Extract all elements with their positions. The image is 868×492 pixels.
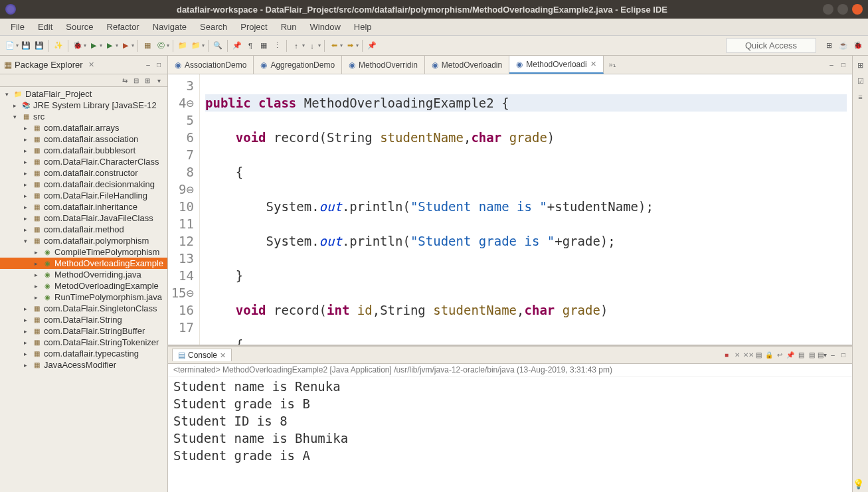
close-icon[interactable]: ✕: [590, 60, 596, 68]
wand-icon[interactable]: ✨: [52, 40, 64, 52]
display-console-icon[interactable]: ▤: [796, 351, 806, 360]
new-folder-icon[interactable]: 📁: [190, 40, 202, 52]
code-text[interactable]: public class MethodOverloadingExample2 {…: [200, 74, 852, 345]
word-wrap-icon[interactable]: ↩: [775, 351, 784, 360]
tab-overflow[interactable]: »₁: [604, 56, 621, 74]
link-editor-icon[interactable]: ⊟: [131, 76, 141, 85]
package-node[interactable]: ▸▦com.DataFlair.StringBuffer: [0, 325, 167, 337]
new-class-icon[interactable]: Ⓒ: [155, 40, 167, 52]
pin-console-icon[interactable]: 📌: [786, 351, 795, 360]
toggle-mark-icon[interactable]: 📌: [231, 40, 243, 52]
open-type-icon[interactable]: 📁: [177, 40, 189, 52]
tab-overriding[interactable]: ◉MethodOverridin: [342, 56, 425, 74]
save-icon[interactable]: 💾: [20, 40, 32, 52]
run-icon[interactable]: ▶: [88, 40, 100, 52]
debug-perspective-icon[interactable]: 🐞: [852, 40, 864, 52]
java-file-node[interactable]: ▸◉RunTimePolymorphism.java: [0, 291, 167, 303]
coverage-icon[interactable]: ▶: [104, 40, 116, 52]
open-console-icon[interactable]: ▤: [807, 351, 816, 360]
maximize-icon[interactable]: □: [154, 60, 163, 70]
new-icon[interactable]: 📄: [4, 40, 16, 52]
menu-search[interactable]: Search: [193, 19, 234, 35]
terminate-icon[interactable]: ■: [722, 351, 731, 360]
maximize-icon[interactable]: □: [839, 351, 848, 360]
scroll-lock-icon[interactable]: 🔒: [764, 351, 774, 360]
package-node[interactable]: ▸▦com.DataFlair.StringTokenizer: [0, 337, 167, 348]
close-icon[interactable]: ✕: [220, 351, 226, 360]
collapse-all-icon[interactable]: ⇆: [120, 76, 130, 85]
minimize-icon[interactable]: –: [827, 60, 836, 70]
package-node[interactable]: ▸▦com.DataFlair.String: [0, 314, 167, 325]
menu-file[interactable]: File: [4, 19, 31, 35]
package-node[interactable]: ▸▦com.dataflair.association: [0, 133, 167, 145]
debug-icon[interactable]: 🐞: [72, 40, 84, 52]
project-tree[interactable]: ▾📁DataFlair_Project ▸📚JRE System Library…: [0, 87, 167, 492]
tab-method-overload[interactable]: ◉MethodOverloadi✕: [509, 56, 603, 74]
minimize-button[interactable]: [823, 4, 833, 15]
restore-icon[interactable]: ⊞: [855, 60, 866, 70]
view-menu-icon[interactable]: ▾: [154, 76, 163, 85]
package-node[interactable]: ▸▦JavaAcessModifier: [0, 359, 167, 370]
package-node-open[interactable]: ▾▦com.dataflair.polymorphism: [0, 235, 167, 246]
ext-tools-icon[interactable]: ▶: [120, 40, 131, 52]
menu-run[interactable]: Run: [274, 19, 304, 35]
package-node[interactable]: ▸▦com.dataflair.constructor: [0, 167, 167, 179]
src-node[interactable]: ▾▦src: [0, 111, 167, 122]
code-editor[interactable]: 3 4⊖ 5 6 7 8 9⊖ 10 11 12 13 14 15⊖ 16 17…: [168, 74, 852, 345]
close-icon[interactable]: ✕: [88, 60, 94, 69]
java-perspective-icon[interactable]: ☕: [837, 40, 849, 52]
block-select-icon[interactable]: ▦: [258, 40, 270, 52]
console-output[interactable]: Student name is Renuka Student grade is …: [168, 376, 852, 492]
menu-edit[interactable]: Edit: [31, 19, 59, 35]
menu-navigate[interactable]: Navigate: [146, 19, 193, 35]
package-node[interactable]: ▸▦com.DataFlair.CharacterClass: [0, 156, 167, 167]
maximize-icon[interactable]: □: [839, 60, 848, 70]
package-node[interactable]: ▸▦com.dataflair.method: [0, 224, 167, 235]
maximize-button[interactable]: [837, 4, 848, 15]
menu-project[interactable]: Project: [234, 19, 274, 35]
minimize-icon[interactable]: –: [143, 60, 153, 70]
clear-icon[interactable]: ▤: [754, 351, 763, 360]
project-node[interactable]: ▾📁DataFlair_Project: [0, 88, 167, 100]
show-whitespace-icon[interactable]: ⋮: [271, 40, 283, 52]
tip-icon[interactable]: 💡: [853, 479, 864, 489]
annotation-prev-icon[interactable]: ↑: [290, 40, 302, 52]
jre-node[interactable]: ▸📚JRE System Library [JavaSE-12: [0, 100, 167, 111]
package-node[interactable]: ▸▦com.dataflair.inheritance: [0, 201, 167, 212]
package-node[interactable]: ▸▦com.DataFlair.JavaFileClass: [0, 212, 167, 224]
remove-launch-icon[interactable]: ✕: [733, 351, 742, 360]
tab-metod-overload[interactable]: ◉MetodOverloadin: [425, 56, 509, 74]
tab-association[interactable]: ◉AssociationDemo: [168, 56, 254, 74]
new-package-icon[interactable]: ▦: [141, 40, 153, 52]
annotation-next-icon[interactable]: ↓: [306, 40, 318, 52]
package-node[interactable]: ▸▦com.DataFlair.SingletonClass: [0, 303, 167, 314]
minimize-icon[interactable]: –: [828, 351, 837, 360]
java-file-node[interactable]: ▸◉MethodOverriding.java: [0, 269, 167, 280]
package-node[interactable]: ▸▦com.dataflair.arrays: [0, 122, 167, 133]
menu-help[interactable]: Help: [347, 19, 379, 35]
package-node[interactable]: ▸▦com.dataflair.bubblesort: [0, 145, 167, 156]
forward-icon[interactable]: ➡: [344, 40, 356, 52]
menu-refactor[interactable]: Refactor: [100, 19, 146, 35]
remove-all-icon[interactable]: ✕✕: [743, 351, 752, 360]
package-node[interactable]: ▸▦com.dataflair.typecasting: [0, 348, 167, 359]
menu-source[interactable]: Source: [59, 19, 100, 35]
task-list-icon[interactable]: ☑: [855, 76, 866, 86]
java-file-node[interactable]: ▸◉CompileTimePolymorphism: [0, 246, 167, 258]
console-tab[interactable]: ▤ Console ✕: [172, 349, 232, 361]
menu-window[interactable]: Window: [304, 19, 347, 35]
close-button[interactable]: [852, 4, 863, 15]
pin-icon[interactable]: 📌: [366, 40, 378, 52]
save-all-icon[interactable]: 💾: [33, 40, 45, 52]
tab-aggregation[interactable]: ◉AggregationDemo: [254, 56, 342, 74]
quick-access[interactable]: Quick Access: [726, 38, 816, 53]
java-file-node[interactable]: ▸◉MetodOverloadingExample: [0, 280, 167, 291]
open-perspective-icon[interactable]: ⊞: [823, 40, 835, 52]
back-icon[interactable]: ⬅: [328, 40, 340, 52]
paragraph-icon[interactable]: ¶: [244, 40, 256, 52]
new-console-icon[interactable]: ▤▾: [818, 351, 827, 360]
package-node[interactable]: ▸▦com.dataflair.decisionmaking: [0, 179, 167, 190]
package-node[interactable]: ▸▦com.DataFlair.FileHandling: [0, 190, 167, 201]
java-file-node[interactable]: ▸◉MethodOverloadingExample: [0, 258, 167, 269]
outline-icon[interactable]: ≡: [855, 92, 866, 102]
